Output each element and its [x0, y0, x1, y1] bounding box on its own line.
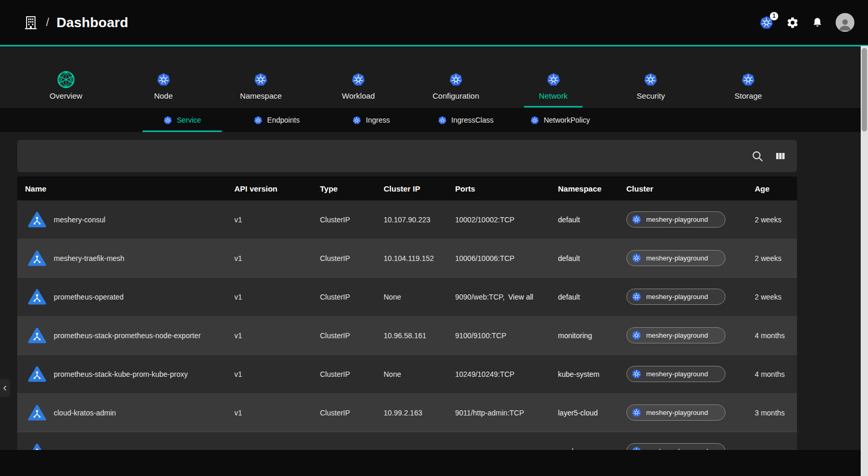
cluster-chip[interactable]: meshery-playground: [626, 211, 726, 228]
ports-text: 9011/http-admin:TCP: [455, 409, 524, 417]
cluster-chip-label: meshery-playground: [646, 254, 708, 262]
primary-tab-label: Storage: [734, 91, 762, 100]
primary-tab-label: Namespace: [240, 91, 282, 100]
cell-ports: 9100/9100:TCP: [455, 331, 558, 340]
cell-cluster-ip: 10.107.90.223: [384, 216, 455, 224]
service-name: prometheus-stack-kube-prom-kube-proxy: [54, 370, 188, 378]
cluster-chip[interactable]: meshery-playground: [626, 404, 726, 421]
column-header-type[interactable]: Type: [320, 184, 384, 193]
view-columns-button[interactable]: [774, 150, 787, 162]
kubernetes-icon: [632, 253, 641, 263]
kubernetes-icon: [163, 116, 172, 125]
table-row[interactable]: meshery-traefik-mesh v1 ClusterIP 10.104…: [17, 239, 797, 278]
tab-network[interactable]: Network: [505, 68, 602, 108]
namespace-link[interactable]: kube-system: [558, 370, 599, 378]
column-header-name[interactable]: Name: [17, 184, 234, 193]
table-row[interactable]: prometheus-stack-prometheus-node-exporte…: [17, 316, 797, 355]
cluster-chip[interactable]: meshery-playground: [626, 250, 726, 266]
subtab-ingressclass[interactable]: IngressClass: [426, 108, 505, 132]
namespace-link[interactable]: default: [558, 293, 580, 301]
kubernetes-context-button[interactable]: 1: [759, 16, 774, 30]
cell-type: ClusterIP: [320, 254, 384, 263]
app-header: / Dashboard 1: [0, 0, 868, 45]
notifications-button[interactable]: [812, 17, 823, 28]
settings-button[interactable]: [786, 16, 799, 29]
table-row[interactable]: prometheus-stack-kube-prom-kube-proxy v1…: [17, 355, 797, 394]
organization-logo-icon[interactable]: [23, 15, 39, 30]
column-header-api-version[interactable]: API version: [234, 184, 320, 193]
cluster-chip[interactable]: meshery-playground: [626, 289, 726, 305]
bell-icon: [812, 17, 823, 28]
kubernetes-icon: [741, 73, 755, 87]
namespace-link[interactable]: default: [558, 254, 580, 263]
namespace-link[interactable]: layer5-cloud: [558, 409, 598, 417]
service-icon: [28, 327, 46, 344]
namespace-link[interactable]: monitoring: [558, 331, 592, 340]
tab-security[interactable]: Security: [602, 68, 700, 108]
cell-type: ClusterIP: [320, 409, 384, 417]
namespace-link[interactable]: default: [558, 216, 580, 224]
column-header-ports[interactable]: Ports: [455, 184, 558, 193]
cell-api-version: v1: [234, 254, 320, 263]
scrollbar-track[interactable]: [861, 46, 868, 476]
search-icon: [751, 150, 764, 162]
secondary-tab-label: Service: [177, 116, 201, 124]
kubernetes-icon: [530, 116, 539, 125]
tab-configuration[interactable]: Configuration: [407, 68, 505, 108]
subtab-service[interactable]: Service: [142, 108, 222, 132]
collapse-drawer-button[interactable]: ‹: [0, 379, 10, 397]
tab-workload[interactable]: Workload: [310, 68, 407, 108]
subtab-ingress[interactable]: Ingress: [331, 108, 411, 132]
subtab-endpoints[interactable]: Endpoints: [237, 108, 316, 132]
kubernetes-icon: [254, 116, 263, 125]
cluster-chip-label: meshery-playground: [646, 331, 708, 339]
tab-namespace[interactable]: Namespace: [212, 68, 310, 108]
tab-overview[interactable]: Overview: [17, 68, 115, 108]
primary-tab-label: Node: [154, 91, 173, 100]
person-icon: [837, 16, 853, 32]
service-icon: [28, 250, 46, 267]
table-row[interactable]: cloud-kratos-admin v1 ClusterIP 10.99.2.…: [17, 394, 797, 432]
primary-nav: Overview Node Namespace Workload Configu…: [17, 68, 797, 108]
cell-api-version: v1: [234, 293, 320, 301]
cell-api-version: v1: [234, 409, 320, 417]
secondary-tab-label: NetworkPolicy: [544, 116, 590, 124]
gear-icon: [786, 16, 799, 29]
cell-cluster-ip: None: [384, 370, 455, 378]
user-avatar[interactable]: [836, 13, 854, 32]
column-header-namespace[interactable]: Namespace: [558, 184, 626, 193]
tab-storage[interactable]: Storage: [699, 68, 797, 108]
cell-age: 4 months: [755, 331, 797, 340]
kubernetes-icon: [632, 292, 641, 302]
primary-tab-label: Configuration: [433, 91, 479, 100]
service-name: meshery-consul: [54, 216, 105, 224]
column-header-cluster[interactable]: Cluster: [626, 184, 755, 193]
table-header-row: NameAPI versionTypeCluster IPPortsNamesp…: [17, 176, 797, 200]
accent-divider: [0, 45, 868, 46]
column-header-cluster-ip[interactable]: Cluster IP: [384, 184, 455, 193]
ports-text: 10249/10249:TCP: [455, 370, 515, 378]
columns-icon: [774, 150, 787, 162]
kubernetes-icon: [449, 73, 463, 87]
column-header-age[interactable]: Age: [755, 184, 797, 193]
kubernetes-icon: [644, 73, 658, 87]
search-button[interactable]: [751, 150, 764, 162]
cluster-chip[interactable]: meshery-playground: [626, 366, 726, 382]
view-all-link[interactable]: View all: [508, 293, 533, 301]
service-name: cloud-kratos-admin: [54, 409, 116, 417]
cell-ports: 9011/http-admin:TCP: [455, 409, 558, 417]
scrollbar-thumb[interactable]: [862, 48, 867, 132]
table-row[interactable]: meshery-consul v1 ClusterIP 10.107.90.22…: [17, 200, 797, 239]
service-name: meshery-traefik-mesh: [54, 254, 124, 263]
tab-node[interactable]: Node: [115, 68, 212, 108]
cell-age: 2 weeks: [755, 293, 797, 301]
cell-api-version: v1: [234, 216, 320, 224]
subtab-networkpolicy[interactable]: NetworkPolicy: [520, 108, 600, 132]
cluster-chip[interactable]: meshery-playground: [626, 327, 726, 343]
primary-tab-label: Overview: [50, 91, 82, 100]
cell-type: ClusterIP: [320, 370, 384, 378]
cell-type: ClusterIP: [320, 293, 384, 301]
table-row[interactable]: prometheus-operated v1 ClusterIP None 90…: [17, 278, 797, 316]
cell-api-version: v1: [234, 331, 320, 340]
primary-tab-label: Network: [539, 91, 568, 100]
